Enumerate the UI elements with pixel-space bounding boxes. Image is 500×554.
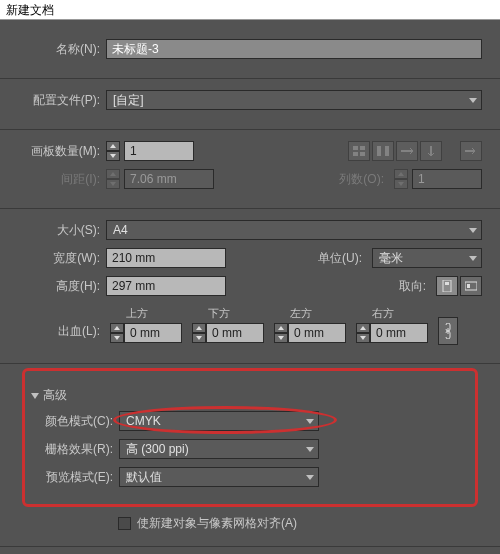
- units-label: 单位(U):: [308, 250, 368, 267]
- artboards-stepper[interactable]: [106, 141, 120, 161]
- profile-label: 配置文件(P):: [18, 92, 106, 109]
- preview-value: 默认值: [126, 469, 162, 486]
- svg-rect-8: [465, 282, 477, 290]
- bleed-right-stepper[interactable]: [356, 323, 370, 343]
- svg-rect-9: [467, 284, 470, 288]
- preview-row: 预览模式(E): 默认值: [31, 466, 469, 488]
- colormode-value: CMYK: [126, 414, 161, 428]
- bleed-left-head: 左方: [274, 306, 352, 321]
- chevron-down-icon: [306, 475, 314, 480]
- chevron-down-icon: [306, 419, 314, 424]
- spacing-input: [124, 169, 214, 189]
- footer: 模板(T)... 确定 取消: [0, 546, 500, 554]
- bleed-top-stepper[interactable]: [110, 323, 124, 343]
- align-grid-checkbox[interactable]: [118, 517, 131, 530]
- height-input[interactable]: [106, 276, 226, 296]
- width-input[interactable]: [106, 248, 226, 268]
- bleed-row: 出血(L): 上方 下方 左方: [18, 303, 482, 345]
- size-row: 大小(S): A4: [18, 219, 482, 241]
- size-select[interactable]: A4: [106, 220, 482, 240]
- name-row: 名称(N):: [18, 38, 482, 60]
- width-label: 宽度(W):: [18, 250, 106, 267]
- bleed-left-stepper[interactable]: [274, 323, 288, 343]
- size-label: 大小(S):: [18, 222, 106, 239]
- profile-value: [自定]: [113, 92, 144, 109]
- window-title-bar: 新建文档: [0, 0, 500, 20]
- units-select[interactable]: 毫米: [372, 248, 482, 268]
- spacing-row: 间距(I): 列数(O):: [18, 168, 482, 190]
- bleed-top-head: 上方: [110, 306, 188, 321]
- align-grid-label: 使新建对象与像素网格对齐(A): [137, 515, 297, 532]
- bleed-left-input[interactable]: [288, 323, 346, 343]
- name-input[interactable]: [106, 39, 482, 59]
- bleed-bottom-stepper[interactable]: [192, 323, 206, 343]
- bleed-label: 出血(L):: [18, 323, 106, 340]
- advanced-highlight-box: 高级 颜色模式(C): CMYK 栅格效果(R): 高 (300 ppi) 预览…: [22, 368, 478, 507]
- layout-rtl-icon[interactable]: [460, 141, 482, 161]
- colormode-select[interactable]: CMYK: [119, 411, 319, 431]
- chevron-down-icon: [469, 228, 477, 233]
- orientation-portrait-icon[interactable]: [436, 276, 458, 296]
- bleed-bottom-head: 下方: [192, 306, 270, 321]
- name-label: 名称(N):: [18, 41, 106, 58]
- chevron-down-icon: [469, 256, 477, 261]
- bleed-bottom-input[interactable]: [206, 323, 264, 343]
- triangle-down-icon: [31, 393, 39, 399]
- layout-grid-row-icon[interactable]: [348, 141, 370, 161]
- preview-label: 预览模式(E):: [31, 469, 119, 486]
- profile-select[interactable]: [自定]: [106, 90, 482, 110]
- height-row: 高度(H): 取向:: [18, 275, 482, 297]
- bleed-right-input[interactable]: [370, 323, 428, 343]
- layout-row-icon[interactable]: [396, 141, 418, 161]
- svg-rect-6: [443, 280, 451, 292]
- artboards-input[interactable]: [124, 141, 194, 161]
- units-value: 毫米: [379, 250, 403, 267]
- orientation-label: 取向:: [372, 278, 432, 295]
- size-value: A4: [113, 223, 128, 237]
- preview-select[interactable]: 默认值: [119, 467, 319, 487]
- bleed-right-head: 右方: [356, 306, 434, 321]
- raster-label: 栅格效果(R):: [31, 441, 119, 458]
- svg-rect-3: [360, 152, 365, 156]
- artboard-layout-icons: [348, 141, 442, 161]
- artboards-label: 画板数量(M):: [18, 143, 106, 160]
- align-grid-row: 使新建对象与像素网格对齐(A): [118, 515, 482, 532]
- colormode-label: 颜色模式(C):: [31, 413, 119, 430]
- spacing-label: 间距(I):: [18, 171, 106, 188]
- svg-rect-1: [360, 146, 365, 150]
- profile-row: 配置文件(P): [自定]: [18, 89, 482, 111]
- advanced-title: 高级: [43, 387, 67, 404]
- svg-rect-2: [353, 152, 358, 156]
- columns-stepper: [394, 169, 408, 189]
- svg-rect-7: [445, 282, 449, 285]
- dialog-body: 名称(N): 配置文件(P): [自定] 画板数量(M):: [0, 20, 500, 554]
- svg-rect-4: [377, 146, 381, 156]
- artboards-row: 画板数量(M):: [18, 140, 482, 162]
- svg-rect-0: [353, 146, 358, 150]
- width-row: 宽度(W): 单位(U): 毫米: [18, 247, 482, 269]
- colormode-row: 颜色模式(C): CMYK: [31, 410, 469, 432]
- raster-row: 栅格效果(R): 高 (300 ppi): [31, 438, 469, 460]
- window-title: 新建文档: [6, 3, 54, 17]
- orientation-landscape-icon[interactable]: [460, 276, 482, 296]
- height-label: 高度(H):: [18, 278, 106, 295]
- svg-rect-5: [385, 146, 389, 156]
- advanced-disclosure[interactable]: 高级: [31, 387, 469, 404]
- bleed-link-icon[interactable]: [438, 317, 458, 345]
- columns-input: [412, 169, 482, 189]
- chevron-down-icon: [469, 98, 477, 103]
- columns-label: 列数(O):: [330, 171, 390, 188]
- chevron-down-icon: [306, 447, 314, 452]
- layout-grid-col-icon[interactable]: [372, 141, 394, 161]
- bleed-top-input[interactable]: [124, 323, 182, 343]
- raster-select[interactable]: 高 (300 ppi): [119, 439, 319, 459]
- spacing-stepper: [106, 169, 120, 189]
- raster-value: 高 (300 ppi): [126, 441, 189, 458]
- layout-col-icon[interactable]: [420, 141, 442, 161]
